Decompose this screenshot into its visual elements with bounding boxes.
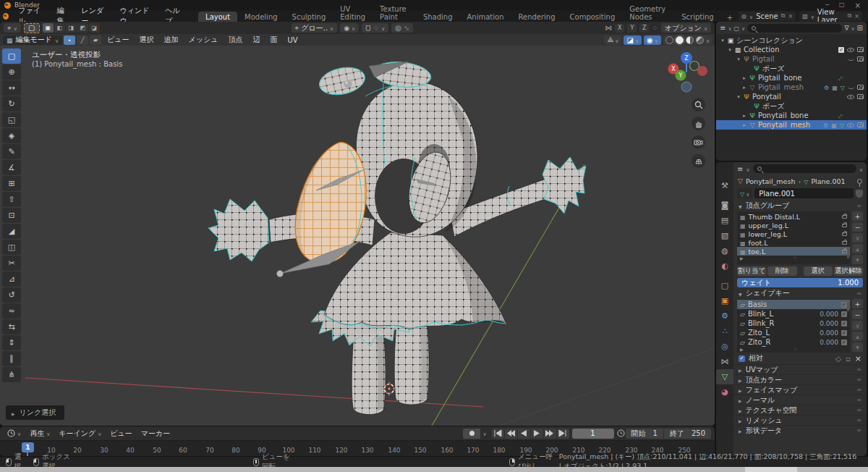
tab-scripting[interactable]: Scripting — [674, 12, 720, 22]
tab-modeling[interactable]: Modeling — [237, 12, 285, 22]
new-scene-icon[interactable]: ⧉ — [781, 12, 786, 20]
tool-spin[interactable] — [2, 287, 21, 303]
overlays-dropdown[interactable]: ◪ — [624, 35, 642, 45]
scrollbar-thumb[interactable] — [847, 248, 849, 258]
collection-checkbox[interactable] — [838, 47, 844, 53]
panel-geometry-data[interactable]: 形状データ — [733, 425, 867, 435]
lock-icon[interactable] — [842, 224, 847, 227]
auto-key-dropdown[interactable] — [480, 429, 488, 437]
mesh-data-dropdown[interactable] — [737, 188, 752, 198]
list-item[interactable]: Blink_R0.000 — [737, 319, 850, 328]
edge-select-button[interactable]: ╱ — [77, 35, 88, 45]
tool-extrude[interactable] — [2, 192, 21, 207]
vertex-select-button[interactable]: ∙ — [64, 35, 75, 45]
menu-mesh[interactable]: メッシュ — [184, 35, 223, 45]
tab-sculpting[interactable]: Sculpting — [285, 12, 333, 22]
clear-shapekeys-icon[interactable] — [855, 354, 861, 363]
list-item[interactable]: upper_leg.L — [737, 221, 850, 229]
breadcrumb-object[interactable]: Ponytail_mesh — [746, 177, 796, 185]
unlink-scene-icon[interactable]: × — [788, 13, 793, 20]
new-collection-button[interactable] — [857, 24, 863, 32]
row-pigtail-pose[interactable]: ポーズ — [716, 64, 867, 73]
remove-layer-icon[interactable]: × — [854, 13, 859, 20]
list-item[interactable]: Zito_R0.000 — [737, 337, 850, 347]
tool-select-box[interactable] — [2, 49, 21, 64]
play-button[interactable] — [531, 429, 543, 439]
tab-layout[interactable]: Layout — [198, 12, 237, 22]
hide-eye-icon[interactable] — [847, 95, 854, 99]
add-workspace-button[interactable]: + — [721, 14, 739, 22]
tool-loop-cut[interactable] — [2, 240, 21, 255]
mute-checkbox[interactable] — [841, 302, 847, 308]
modifier-icon[interactable] — [823, 121, 828, 129]
select-extend-button[interactable]: ◧ — [54, 23, 65, 33]
scrollbar-thumb[interactable] — [847, 301, 849, 311]
menu-select[interactable]: 選択 — [135, 35, 158, 45]
tab-compositing[interactable]: Compositing — [563, 12, 623, 22]
operator-panel[interactable]: リンク選択 — [6, 405, 64, 420]
render-camera-icon[interactable] — [857, 85, 864, 90]
prev-keyframe-button[interactable] — [505, 429, 517, 439]
tool-smooth[interactable] — [2, 303, 21, 319]
tab-output[interactable]: ▤ — [716, 213, 733, 228]
solid-shading-button[interactable] — [676, 36, 684, 44]
navigation-gizmo[interactable]: Z X Y — [664, 49, 709, 93]
row-ponytail-mesh[interactable]: ▸ Ponytail_mesh — [716, 120, 867, 130]
filter-icon[interactable] — [844, 24, 848, 32]
panel-vertex-colors[interactable]: 頂点カラー — [733, 374, 867, 384]
menu-face[interactable]: 面 — [266, 35, 282, 45]
tab-material[interactable]: ◕ — [716, 384, 733, 400]
gizmo-z-neg-ball[interactable] — [681, 82, 692, 92]
shape-keys-panel-header[interactable]: シェイプキー — [733, 287, 867, 299]
tab-object[interactable]: ▣ — [716, 293, 733, 308]
filter-objects-dropdown[interactable] — [734, 24, 740, 32]
add-group-button[interactable]: + — [852, 211, 863, 221]
tool-shrink-fatten[interactable] — [2, 335, 21, 350]
zoom-button[interactable] — [692, 98, 705, 111]
tool-cursor[interactable] — [2, 64, 21, 80]
timeline-editor-type-dropdown[interactable] — [4, 429, 25, 437]
proportional-edit-dropdown[interactable] — [391, 23, 413, 33]
group-specials-dropdown[interactable]: ∨ — [852, 233, 863, 243]
viewport-3d[interactable]: ユーザー・透視投影 (1) Ponytail_mesh : Basis Z X … — [0, 46, 715, 426]
auto-key-button[interactable] — [463, 429, 480, 439]
render-camera-icon[interactable] — [857, 56, 864, 62]
snap-dropdown[interactable] — [362, 23, 388, 33]
tab-view-layer[interactable]: ▧ — [716, 228, 733, 243]
panel-uv-maps[interactable]: UVマップ — [733, 364, 867, 374]
tab-physics[interactable]: ◎ — [716, 339, 733, 354]
move-group-up-button[interactable]: ▴ — [852, 244, 863, 253]
list-expand-icon[interactable] — [740, 347, 744, 352]
autorange-clock-icon[interactable] — [617, 429, 625, 437]
select-subtract-button[interactable]: ◨ — [66, 23, 77, 33]
tool-bevel[interactable] — [2, 224, 21, 239]
jump-to-end-button[interactable] — [557, 429, 569, 439]
vertex-groups-panel-header[interactable]: 頂点グループ — [733, 200, 867, 211]
add-shapekey-button[interactable]: + — [852, 299, 863, 308]
active-tool-indicator[interactable]: ▢ — [24, 23, 40, 33]
breadcrumb-data[interactable]: Plane.001 — [811, 177, 845, 185]
tab-render[interactable]: ◙ — [716, 198, 733, 213]
row-ponytail-bone[interactable]: ▸ Ponytail_bone — [716, 111, 867, 120]
list-item[interactable]: Blink_L0.000 — [737, 309, 850, 319]
list-item[interactable]: lower_leg.L — [737, 229, 850, 238]
weight-slider[interactable]: ウェイト 1.000 — [737, 278, 863, 287]
lock-icon[interactable] — [842, 232, 847, 236]
move-shapekey-down-button[interactable]: ▾ — [852, 342, 863, 352]
panel-texture-space[interactable]: テクスチャ空間 — [733, 405, 867, 415]
remove-shapekey-button[interactable]: − — [852, 310, 863, 319]
tool-knife[interactable] — [2, 256, 21, 271]
pivot-point-dropdown[interactable] — [340, 23, 359, 33]
row-ponytail-pose[interactable]: ポーズ — [716, 101, 867, 111]
show-only-pin-icon[interactable] — [835, 355, 841, 363]
tab-rendering[interactable]: Rendering — [511, 12, 562, 22]
outliner-search-input[interactable] — [747, 24, 842, 33]
mode-dropdown[interactable]: 編集モード — [3, 35, 62, 45]
render-camera-icon[interactable] — [857, 122, 864, 127]
row-pigtail[interactable]: ▾ Pigtail — [716, 54, 867, 64]
pin-icon[interactable] — [857, 179, 862, 184]
mute-checkbox[interactable] — [841, 311, 847, 317]
assign-button[interactable]: 割り当て — [737, 266, 766, 276]
menu-uv[interactable]: UV — [284, 36, 302, 44]
select-intersect-button[interactable]: ◪ — [89, 23, 100, 33]
